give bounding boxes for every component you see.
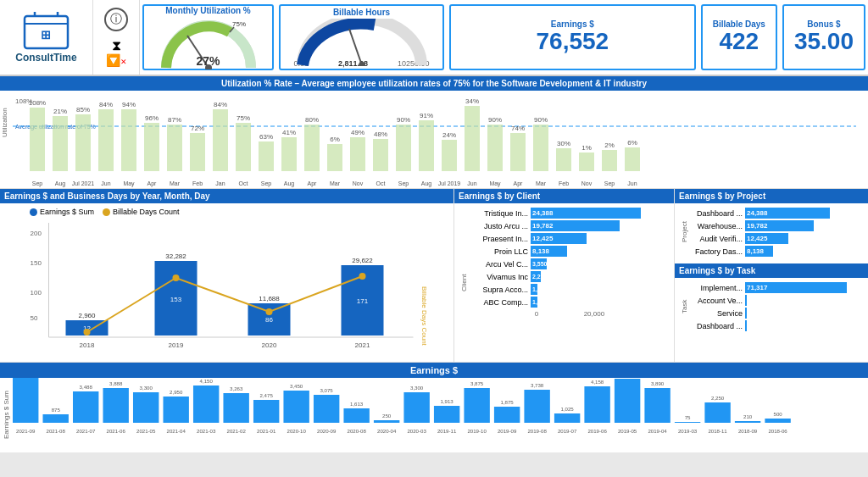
svg-text:34%: 34% [465, 97, 479, 105]
svg-text:6%: 6% [627, 139, 637, 147]
legend-earnings: Earnings $ Sum [30, 208, 94, 216]
svg-text:75%: 75% [236, 114, 250, 122]
svg-text:Feb: Feb [559, 180, 569, 186]
svg-text:48%: 48% [374, 130, 387, 138]
project-row-4: Factory Das... 8,138 [690, 246, 864, 257]
svg-rect-23 [121, 109, 136, 171]
task-row-2: Account Ve... [690, 295, 864, 306]
svg-rect-138 [73, 391, 98, 423]
svg-text:90%: 90% [397, 116, 410, 124]
svg-rect-19 [75, 114, 91, 171]
svg-rect-61 [556, 148, 571, 171]
svg-text:1,875: 1,875 [501, 400, 515, 405]
client-row-3: Praesent In... 12,425 [470, 233, 670, 244]
svg-rect-153 [223, 393, 248, 423]
svg-text:200: 200 [31, 230, 42, 237]
svg-text:3,075: 3,075 [320, 388, 334, 393]
svg-text:2019-04: 2019-04 [648, 429, 667, 434]
svg-text:2021-06: 2021-06 [107, 429, 126, 434]
monthly-utilization-panel: Monthly Utilization % 75% 27% [142, 4, 274, 70]
svg-text:Jul 2019: Jul 2019 [438, 180, 461, 186]
project-row-2: Warehouse... 19,782 [690, 220, 864, 231]
svg-text:Aug: Aug [421, 180, 432, 187]
svg-text:2021: 2021 [145, 187, 159, 188]
client-row-5: Arcu Vel C... 3,550 [470, 258, 670, 269]
svg-rect-29 [190, 133, 205, 171]
svg-rect-49 [419, 120, 434, 171]
svg-text:Nov: Nov [581, 180, 593, 186]
svg-text:29,622: 29,622 [352, 257, 373, 264]
bottom-section: Earnings $ Earnings $ Sum 5,235 2021-09 … [0, 362, 868, 452]
svg-rect-31 [213, 109, 228, 171]
filter-area: ⧗ 🔽✕ [106, 38, 127, 67]
svg-text:Utilization: Utilization [1, 108, 8, 137]
bonus-panel: Bonus $ 35.00 [782, 4, 865, 70]
svg-text:2021-07: 2021-07 [76, 429, 96, 434]
bottom-y-label: Earnings $ Sum [0, 378, 13, 452]
svg-text:Sep: Sep [32, 180, 43, 187]
project-y-label: Project [679, 206, 690, 258]
svg-text:2021-05: 2021-05 [136, 429, 156, 434]
svg-text:2018: 2018 [603, 187, 616, 188]
logo-area: ⊞ ConsultTime [0, 0, 93, 75]
svg-rect-144 [133, 392, 159, 423]
billable-days-panel: Billable Days 422 [701, 4, 777, 70]
svg-rect-159 [283, 391, 309, 423]
svg-text:80%: 80% [305, 116, 319, 124]
client-header: Earnings $ by Client [454, 189, 674, 203]
svg-rect-33 [236, 123, 251, 171]
info-icon-btn[interactable]: ⓘ [104, 8, 128, 31]
client-row-8: ABC Comp... 1,435 [470, 297, 670, 308]
svg-text:Sep: Sep [261, 180, 272, 187]
header-icons: ⓘ ⧗ 🔽✕ [93, 0, 140, 75]
svg-text:2020-09: 2020-09 [317, 429, 337, 434]
svg-text:3,300: 3,300 [140, 385, 153, 391]
svg-text:250: 250 [382, 413, 392, 419]
svg-text:2020-04: 2020-04 [377, 429, 397, 434]
svg-text:3,888: 3,888 [109, 381, 123, 386]
client-panel: Earnings $ by Client Client Tristique In… [454, 189, 675, 362]
svg-text:Jul 2021: Jul 2021 [72, 180, 95, 186]
svg-text:2019-06: 2019-06 [587, 429, 607, 434]
svg-text:2,950: 2,950 [170, 390, 183, 395]
task-header: Earnings $ by Task [675, 263, 868, 278]
svg-text:Sep: Sep [604, 180, 615, 187]
svg-text:49%: 49% [351, 129, 364, 136]
svg-rect-165 [343, 408, 369, 423]
svg-text:87%: 87% [168, 116, 181, 124]
utilization-chart: Utilization 108% Average utilization rat… [0, 91, 868, 188]
svg-text:84%: 84% [99, 101, 113, 108]
svg-rect-53 [465, 106, 480, 171]
client-y-label: Client [459, 206, 470, 359]
client-row-2: Justo Arcu ... 19,782 [470, 220, 670, 231]
svg-rect-201 [704, 402, 730, 423]
billable-days-value: 422 [719, 29, 759, 55]
svg-text:Aug: Aug [284, 180, 295, 187]
svg-text:Aug: Aug [55, 180, 66, 187]
svg-text:2019-05: 2019-05 [618, 429, 637, 434]
svg-text:Apr: Apr [308, 180, 318, 187]
earnings-value: 76,552 [537, 29, 609, 55]
svg-point-128 [266, 308, 273, 315]
svg-text:2020: 2020 [282, 187, 296, 188]
svg-rect-39 [304, 125, 320, 171]
svg-text:Oct: Oct [376, 180, 386, 186]
svg-text:2,475: 2,475 [260, 393, 274, 398]
svg-text:Apr: Apr [147, 180, 158, 187]
filter-icon[interactable]: 🔽✕ [106, 53, 127, 67]
svg-text:41%: 41% [282, 129, 296, 136]
svg-text:4,150: 4,150 [200, 379, 214, 384]
svg-text:May: May [489, 180, 501, 187]
task-row-1: Implement... 71,317 [690, 282, 864, 293]
svg-text:2019-10: 2019-10 [467, 429, 487, 434]
client-row-7: Supra Acco... 1,477 [470, 284, 670, 295]
svg-text:2,250: 2,250 [711, 396, 725, 401]
svg-text:90%: 90% [534, 116, 548, 124]
svg-text:90%: 90% [488, 116, 502, 124]
svg-text:3,263: 3,263 [230, 386, 243, 391]
gauge-pct: 27% [196, 54, 220, 68]
project-task-panel: Earnings $ by Project Project Dashboard … [675, 189, 868, 362]
svg-rect-35 [259, 141, 274, 171]
svg-text:Jun: Jun [467, 180, 476, 186]
svg-text:2021: 2021 [355, 341, 370, 349]
